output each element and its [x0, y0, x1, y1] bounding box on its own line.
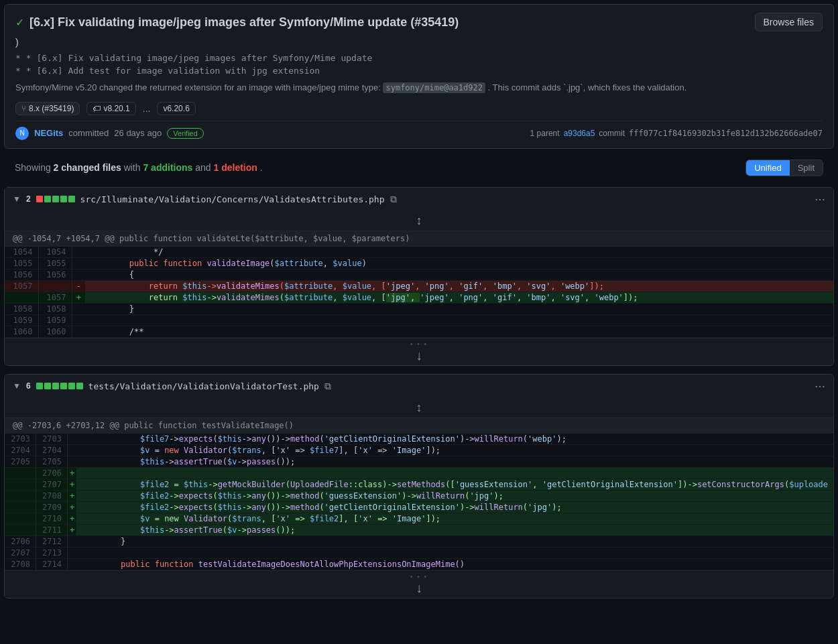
diff-squares-1	[36, 196, 75, 202]
line-num-new: 2706	[36, 467, 68, 478]
file2-menu-button[interactable]: ⋯	[815, 380, 825, 393]
line-content: }	[85, 303, 833, 314]
sign-col: +	[67, 524, 76, 535]
diff-file-2: ▼ 6 tests/Validation/ValidationValidator…	[4, 374, 834, 598]
expand-down-1-button[interactable]: • • • ↓	[7, 340, 831, 363]
tag-badge-1: 🏷 v8.20.1	[86, 102, 135, 115]
line-num-new: 2710	[36, 513, 68, 524]
sq-green-1	[44, 196, 51, 202]
file1-menu-button[interactable]: ⋯	[815, 193, 825, 206]
collapse-file-2-button[interactable]: ▼	[13, 381, 21, 391]
line-content: $this->assertTrue($v->passes());	[76, 456, 833, 467]
line-num-old	[5, 292, 38, 303]
line-num-new: 1056	[38, 269, 72, 280]
diff-expand-top-1: ↕	[5, 211, 833, 231]
unified-view-button[interactable]: Unified	[746, 160, 789, 176]
copy-path-2-button[interactable]: ⧉	[324, 381, 331, 392]
table-row: 2707 + $file2 = $this->getMockBuilder(Up…	[5, 478, 833, 490]
deletion-count: 1 deletion	[213, 162, 257, 173]
collapse-file-1-button[interactable]: ▼	[13, 194, 21, 204]
line-num-new: 2707	[36, 478, 68, 490]
line-num-old	[5, 490, 36, 501]
tag-badge-2: v6.20.6	[157, 102, 195, 115]
line-content: $file2 = $this->getMockBuilder(UploadedF…	[76, 478, 833, 490]
sign-col	[72, 269, 85, 280]
sq-green-b	[44, 383, 51, 389]
expand-dots: • • •	[410, 340, 428, 348]
diff-hunk-2-header: @@ -2703,6 +2703,12 @@ public function t…	[5, 418, 833, 434]
star-icon-1: *	[15, 53, 21, 63]
split-view-button[interactable]: Split	[790, 160, 823, 176]
commit-title-row: ✓ [6.x] Fix validating image/jpeg images…	[15, 13, 823, 31]
expand-down-2-button[interactable]: • • • ↓	[7, 573, 831, 596]
with-label: with	[124, 162, 141, 173]
diff-file-1: ▼ 2 src/Illuminate/Validation/Concerns/V…	[4, 187, 834, 366]
tag-label-2: v6.20.6	[163, 104, 189, 113]
commit-meta-row: ⑂ 8.x (#35419) 🏷 v8.20.1 ... v6.20.6	[15, 102, 823, 115]
commit-messages: * * [6.x] Fix validating image/jpeg imag…	[15, 53, 823, 76]
page-wrapper: ✓ [6.x] Fix validating image/jpeg images…	[0, 4, 838, 598]
line-content: $file2->expects($this->any())->method('g…	[76, 501, 833, 513]
line-num-new: 1058	[38, 303, 72, 314]
table-row: 1057 + return $this->validateMimes($attr…	[5, 292, 833, 303]
sign-col	[67, 434, 76, 445]
files-summary: Showing 2 changed files with 7 additions…	[4, 153, 834, 183]
code-ref: symfony/mime@aa1d922	[383, 82, 485, 93]
sign-col: +	[67, 467, 76, 478]
sign-col	[72, 303, 85, 314]
table-row: 1057 - return $this->validateMimes($attr…	[5, 280, 833, 292]
expand-up-1-button[interactable]: ↕	[416, 214, 422, 228]
desc-text-1: Symfony/Mime v5.20 changed the returned …	[15, 82, 381, 92]
expand-up-2-button[interactable]: ↕	[416, 401, 422, 415]
browse-files-button[interactable]: Browse files	[755, 13, 823, 31]
author-name[interactable]: NEGits	[34, 128, 63, 138]
expand-down-icon: ↓	[416, 348, 422, 363]
line-content: {	[85, 269, 833, 280]
commit-msg-1-text: * [6.x] Fix validating image/jpeg images…	[26, 53, 373, 63]
line-content: */	[85, 247, 833, 258]
table-row: 1060 1060 /**	[5, 326, 833, 337]
line-num-new: 2709	[36, 501, 68, 513]
sign-col: +	[67, 513, 76, 524]
table-row: 1058 1058 }	[5, 303, 833, 314]
table-row: 2710 + $v = new Validator($trans, ['x' =…	[5, 513, 833, 524]
tag-icon-1: 🏷	[93, 104, 101, 113]
line-content: return $this->validateMimes($attribute, …	[85, 292, 833, 303]
table-row: 2708 + $file2->expects($this->any())->me…	[5, 490, 833, 501]
table-row: 2706 +	[5, 467, 833, 478]
sq-green-2	[52, 196, 59, 202]
line-content: $file7->expects($this->any())->method('g…	[76, 434, 833, 445]
line-num-new: 2711	[36, 524, 68, 535]
table-row: 2707 2713	[5, 547, 833, 558]
commit-header: ✓ [6.x] Fix validating image/jpeg images…	[4, 4, 834, 149]
diff-file-2-header: ▼ 6 tests/Validation/ValidationValidator…	[5, 375, 833, 398]
check-icon: ✓	[15, 16, 24, 29]
line-content: $v = new Validator($trans, ['x' => $file…	[76, 444, 833, 456]
branch-badge: ⑂ 8.x (#35419)	[15, 102, 80, 115]
commit-msg-2-text: * [6.x] Add test for image validation wi…	[26, 66, 320, 76]
diff-bottom-expand-2: • • • ↓	[5, 570, 833, 598]
line-num-old: 2707	[5, 547, 36, 558]
line-content: $file2->expects($this->any())->method('g…	[76, 490, 833, 501]
line-num-old: 2706	[5, 535, 36, 547]
table-row: 2711 + $this->assertTrue($v->passes());	[5, 524, 833, 535]
parent-hash[interactable]: a93d6a5	[564, 129, 595, 138]
branch-label: 8.x (#35419)	[29, 104, 74, 113]
copy-path-1-button[interactable]: ⧉	[390, 194, 397, 205]
expand-dots-2: • • •	[410, 573, 428, 580]
line-num-old: 1059	[5, 314, 38, 326]
line-content: public function testValidateImageDoesNot…	[76, 558, 833, 570]
table-row: 2709 + $file2->expects($this->any())->me…	[5, 501, 833, 513]
commit-description: Symfony/Mime v5.20 changed the returned …	[15, 81, 823, 95]
line-num-old: 1056	[5, 269, 38, 280]
commit-label: commit	[599, 129, 625, 138]
sign-col: +	[67, 478, 76, 490]
sq-green-c	[52, 383, 59, 389]
sq-green-f	[76, 383, 83, 389]
desc-text-2: . This commit adds `.jpg`, which fixes t…	[488, 82, 687, 92]
diff-file-1-header: ▼ 2 src/Illuminate/Validation/Concerns/V…	[5, 188, 833, 211]
sign-col	[72, 257, 85, 269]
diff-bottom-expand-1: • • • ↓	[5, 338, 833, 365]
diff-hunk-1-header: @@ -1054,7 +1054,7 @@ public function va…	[5, 231, 833, 247]
line-content: $v = new Validator($trans, ['x' => $file…	[76, 513, 833, 524]
